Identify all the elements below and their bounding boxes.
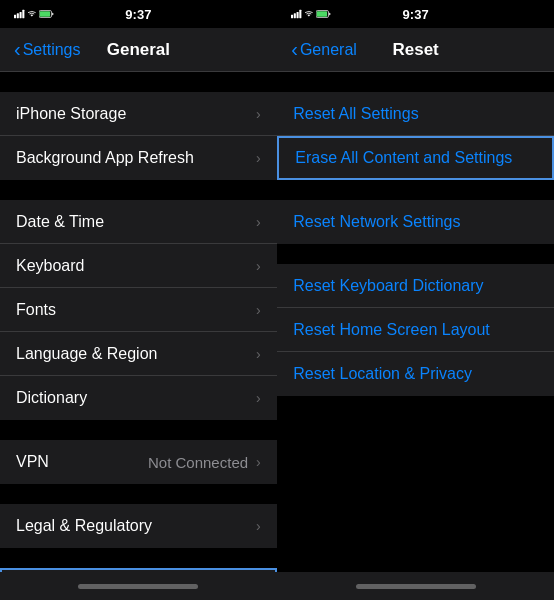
dictionary-label: Dictionary [16, 389, 87, 407]
legal-regulatory-item[interactable]: Legal & Regulatory › [0, 504, 277, 548]
reset-network-item[interactable]: Reset Network Settings [277, 200, 554, 244]
language-region-right: › [256, 346, 261, 362]
left-nav-title: General [107, 40, 170, 60]
left-back-label: Settings [23, 41, 81, 59]
reset-location-privacy-label: Reset Location & Privacy [293, 365, 472, 383]
iphone-storage-chevron: › [256, 106, 261, 122]
keyboard-item[interactable]: Keyboard › [0, 244, 277, 288]
vpn-right: Not Connected › [148, 454, 261, 471]
group-reset: Reset › [0, 568, 277, 572]
date-time-right: › [256, 214, 261, 230]
date-time-label: Date & Time [16, 213, 104, 231]
right-back-button[interactable]: ‹ General [291, 38, 357, 61]
left-signal-area [14, 8, 54, 20]
keyboard-right: › [256, 258, 261, 274]
svg-rect-9 [300, 10, 302, 18]
background-app-refresh-label: Background App Refresh [16, 149, 194, 167]
left-bottom-bar [0, 572, 277, 600]
right-back-label: General [300, 41, 357, 59]
fonts-chevron: › [256, 302, 261, 318]
language-region-label: Language & Region [16, 345, 157, 363]
fonts-label: Fonts [16, 301, 56, 319]
language-region-chevron: › [256, 346, 261, 362]
iphone-storage-right: › [256, 106, 261, 122]
vpn-item[interactable]: VPN Not Connected › [0, 440, 277, 484]
fonts-item[interactable]: Fonts › [0, 288, 277, 332]
svg-rect-2 [20, 12, 22, 18]
right-time: 9:37 [403, 7, 429, 22]
left-nav-header: ‹ Settings General [0, 28, 277, 72]
date-time-item[interactable]: Date & Time › [0, 200, 277, 244]
svg-rect-11 [317, 11, 327, 17]
svg-rect-1 [17, 13, 19, 18]
vpn-chevron: › [256, 454, 261, 470]
group-vpn: VPN Not Connected › [0, 440, 277, 484]
signal-icon [14, 8, 25, 20]
reset-location-privacy-item[interactable]: Reset Location & Privacy [277, 352, 554, 396]
keyboard-chevron: › [256, 258, 261, 274]
right-nav-title: Reset [392, 40, 438, 60]
dictionary-right: › [256, 390, 261, 406]
legal-regulatory-right: › [256, 518, 261, 534]
right-bottom-bar [277, 572, 554, 600]
battery-icon [39, 8, 54, 20]
right-panel: 9:37 ‹ General Reset Reset All Settings … [277, 0, 554, 600]
right-reset-content: Reset All Settings Erase All Content and… [277, 72, 554, 572]
background-app-refresh-chevron: › [256, 150, 261, 166]
group-datetime: Date & Time › Keyboard › Fonts › Languag… [0, 200, 277, 420]
legal-regulatory-chevron: › [256, 518, 261, 534]
svg-rect-0 [14, 15, 16, 18]
right-status-bar: 9:37 [277, 0, 554, 28]
group-storage: iPhone Storage › Background App Refresh … [0, 92, 277, 180]
vpn-label: VPN [16, 453, 49, 471]
left-time: 9:37 [125, 7, 151, 22]
svg-rect-8 [297, 12, 299, 18]
left-settings-content: iPhone Storage › Background App Refresh … [0, 72, 277, 572]
background-app-refresh-item[interactable]: Background App Refresh › [0, 136, 277, 180]
reset-keyboard-label: Reset Keyboard Dictionary [293, 277, 483, 295]
wifi-icon [27, 8, 37, 20]
reset-item[interactable]: Reset › [0, 568, 277, 572]
reset-group-2: Reset Network Settings [277, 200, 554, 244]
reset-group-1: Reset All Settings Erase All Content and… [277, 92, 554, 180]
reset-network-label: Reset Network Settings [293, 213, 460, 231]
date-time-chevron: › [256, 214, 261, 230]
left-panel: 9:37 ‹ Settings General iPhone Storage ›… [0, 0, 277, 600]
left-back-button[interactable]: ‹ Settings [14, 38, 80, 61]
reset-home-screen-item[interactable]: Reset Home Screen Layout [277, 308, 554, 352]
background-app-refresh-right: › [256, 150, 261, 166]
reset-all-settings-item[interactable]: Reset All Settings [277, 92, 554, 136]
dictionary-chevron: › [256, 390, 261, 406]
svg-rect-7 [294, 13, 296, 18]
right-signal-area [291, 8, 331, 20]
right-signal-icon [291, 8, 302, 20]
group-legal: Legal & Regulatory › [0, 504, 277, 548]
erase-all-content-label: Erase All Content and Settings [295, 149, 512, 167]
dictionary-item[interactable]: Dictionary › [0, 376, 277, 420]
erase-all-content-item[interactable]: Erase All Content and Settings [277, 136, 554, 180]
svg-rect-5 [39, 11, 49, 17]
keyboard-label: Keyboard [16, 257, 85, 275]
svg-rect-6 [291, 15, 293, 18]
reset-home-screen-label: Reset Home Screen Layout [293, 321, 490, 339]
right-wifi-icon [304, 8, 314, 20]
left-status-bar: 9:37 [0, 0, 277, 28]
right-home-indicator [356, 584, 476, 589]
language-region-item[interactable]: Language & Region › [0, 332, 277, 376]
iphone-storage-label: iPhone Storage [16, 105, 126, 123]
right-back-chevron: ‹ [291, 38, 298, 61]
svg-rect-3 [22, 10, 24, 18]
left-back-chevron: ‹ [14, 38, 21, 61]
reset-group-3: Reset Keyboard Dictionary Reset Home Scr… [277, 264, 554, 396]
right-nav-header: ‹ General Reset [277, 28, 554, 72]
iphone-storage-item[interactable]: iPhone Storage › [0, 92, 277, 136]
left-home-indicator [78, 584, 198, 589]
legal-regulatory-label: Legal & Regulatory [16, 517, 152, 535]
fonts-right: › [256, 302, 261, 318]
vpn-value: Not Connected [148, 454, 248, 471]
reset-all-settings-label: Reset All Settings [293, 105, 418, 123]
reset-keyboard-item[interactable]: Reset Keyboard Dictionary [277, 264, 554, 308]
right-battery-icon [316, 8, 331, 20]
